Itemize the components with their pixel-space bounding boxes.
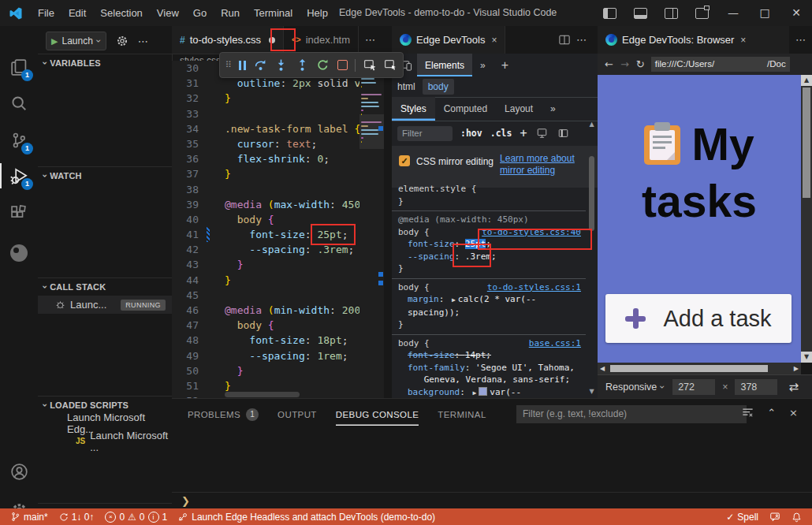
style-property[interactable]: font-size: 14pt; — [398, 349, 579, 362]
menu-item-selection[interactable]: Selection — [93, 0, 149, 26]
explorer-icon[interactable]: 1 — [0, 51, 38, 83]
add-panel-icon[interactable]: + — [494, 54, 516, 76]
tab-more-actions-icon[interactable]: ⋯ — [359, 26, 382, 54]
tab-computed[interactable]: Computed — [435, 97, 496, 121]
style-property[interactable]: Geneva, Verdana, sans-serif; — [398, 374, 579, 386]
loaded-script-item[interactable]: JS Launch Microsoft ... — [38, 432, 172, 450]
code-editor[interactable]: 3031 outline: 2px solid var(-32}3334.new… — [172, 61, 359, 398]
console-filter-input[interactable]: Filter (e.g. text, !exclude) — [516, 405, 747, 423]
stylesheet-link[interactable]: to-do-styles.css:40 — [482, 226, 581, 239]
run-debug-icon[interactable]: 1 — [0, 160, 38, 192]
search-icon[interactable] — [0, 88, 38, 119]
debug-status-item[interactable]: Launch Edge Headless and attach DevTools… — [173, 508, 441, 525]
restart-icon[interactable] — [316, 58, 330, 72]
panel-overflow-icon[interactable]: » — [472, 54, 494, 76]
add-task-button[interactable]: Add a task — [605, 294, 792, 343]
scroll-down-icon[interactable]: ▼ — [587, 388, 596, 395]
styles-filter-input[interactable]: Filter — [397, 126, 453, 141]
panel-tab-terminal[interactable]: TERMINAL — [438, 404, 486, 426]
crumb-html[interactable]: html — [392, 79, 421, 95]
back-icon[interactable]: ← — [605, 58, 613, 70]
url-bar[interactable]: file:///C:/Users/ /Doc — [651, 57, 790, 72]
style-property[interactable]: font-size: 25pt; — [398, 238, 579, 251]
mirror-editing-link[interactable]: Learn more about mirror editing — [500, 153, 587, 177]
edge-devtools-icon[interactable] — [0, 237, 38, 269]
scroll-up-icon[interactable]: ▲ — [801, 75, 812, 86]
maximize-panel-icon[interactable]: ⌃ — [767, 407, 776, 419]
tab-styles[interactable]: Styles — [392, 97, 435, 121]
code-line[interactable]: 37} — [172, 166, 359, 181]
screencast-icon[interactable] — [384, 58, 397, 72]
style-property[interactable]: --spacing: .3rem; — [398, 251, 579, 263]
device-mode-select[interactable]: Responsive — [605, 382, 657, 393]
styles-overflow-icon[interactable]: » — [542, 97, 564, 121]
debug-gear-icon[interactable] — [116, 35, 129, 47]
style-property[interactable]: font-family: 'Segoe UI', Tahoma, — [398, 362, 579, 374]
notifications-status-item[interactable] — [786, 508, 807, 525]
code-line[interactable]: 49 --spacing: 1rem; — [172, 348, 359, 363]
viewport-height-input[interactable]: 378 — [735, 379, 777, 395]
close-button[interactable]: ✕ — [780, 0, 812, 26]
mirror-editing-checkbox[interactable]: ✓ — [399, 155, 410, 166]
code-line[interactable]: 40 body { — [172, 212, 359, 227]
rotate-viewport-icon[interactable]: ⇄ — [788, 380, 799, 394]
style-rule[interactable]: @media (max-width: 450px)body {to-do-sty… — [392, 211, 586, 279]
step-out-icon[interactable] — [296, 58, 309, 72]
menu-item-terminal[interactable]: Terminal — [247, 0, 300, 26]
code-line[interactable]: 31 outline: 2px solid var(- — [172, 76, 359, 91]
code-line[interactable]: 48 font-size: 18pt; — [172, 333, 359, 348]
code-line[interactable]: 41 font-size: 25pt; — [172, 227, 359, 242]
code-line[interactable]: 42 --spacing: .3rem; — [172, 242, 359, 257]
call-stack-item[interactable]: Launc... RUNNING — [38, 296, 172, 314]
scrollbar-thumb[interactable] — [610, 365, 768, 372]
code-line[interactable]: 38 — [172, 182, 359, 197]
tab-edge-devtools[interactable]: Edge DevTools × — [392, 26, 505, 54]
maximize-button[interactable]: □ — [749, 0, 780, 26]
scrollbar-thumb[interactable] — [589, 156, 594, 231]
editor-more-actions-icon[interactable]: ⋯ — [570, 26, 593, 54]
scroll-right-icon[interactable]: ▶ — [794, 365, 799, 372]
code-line[interactable]: 34.new-task-form label { — [172, 121, 359, 136]
problems-status-item[interactable]: ×0 ⚠0 i1 — [99, 508, 173, 525]
sync-status-item[interactable]: 1↓ 0↑ — [54, 508, 100, 525]
code-line[interactable]: 47 body { — [172, 318, 359, 333]
style-rule[interactable]: body {base.css:1font-size: 14pt;font-fam… — [392, 335, 586, 399]
new-style-rule-icon[interactable]: + — [520, 126, 527, 140]
spell-status-item[interactable]: ✓ Spell — [721, 508, 764, 525]
split-editor-icon[interactable] — [559, 35, 570, 45]
preview-horizontal-scrollbar[interactable]: ◀ ▶ — [598, 363, 801, 374]
account-icon[interactable] — [0, 456, 38, 487]
code-line[interactable]: 32} — [172, 91, 359, 106]
styles-scrollbar[interactable]: ▲ ▼ — [587, 121, 596, 395]
step-over-icon[interactable] — [254, 58, 267, 72]
tab-index-htm[interactable]: <> index.htm — [284, 26, 359, 54]
close-panel-icon[interactable]: × — [789, 407, 798, 419]
tab-layout[interactable]: Layout — [496, 97, 542, 121]
menu-item-help[interactable]: Help — [300, 0, 335, 26]
code-line[interactable]: 44} — [172, 273, 359, 288]
minimap-slider[interactable] — [359, 114, 384, 149]
code-line[interactable]: 43 } — [172, 257, 359, 272]
toggle-sidebar-icon[interactable] — [603, 8, 616, 19]
computed-styles-icon[interactable] — [536, 128, 548, 139]
menu-item-run[interactable]: Run — [214, 0, 247, 26]
crumb-body[interactable]: body — [423, 79, 454, 95]
toggle-secondary-sidebar-icon[interactable] — [665, 8, 678, 19]
style-property[interactable]: margin: ▶calc(2 * var(--spacing)); — [398, 293, 579, 318]
layout-pane-icon[interactable] — [557, 128, 569, 139]
unsaved-dot-icon[interactable] — [269, 37, 275, 43]
style-rule[interactable]: body {to-do-styles.css:1margin: ▶calc(2 … — [392, 279, 586, 335]
code-line[interactable]: 36 flex-shrink: 0; — [172, 151, 359, 166]
code-line[interactable]: 45 — [172, 288, 359, 303]
stylesheet-link[interactable]: to-do-styles.css:1 — [487, 281, 581, 294]
code-line[interactable]: 50 } — [172, 363, 359, 378]
pseudo-state-button[interactable]: :hov — [460, 128, 482, 139]
step-into-icon[interactable] — [274, 58, 288, 72]
editor-horizontal-scrollbar[interactable] — [225, 392, 300, 397]
menu-item-view[interactable]: View — [150, 0, 186, 26]
close-tab-icon[interactable]: × — [740, 35, 746, 46]
code-line[interactable]: 33 — [172, 106, 359, 121]
pause-icon[interactable] — [239, 61, 246, 70]
panel-tab-output[interactable]: OUTPUT — [277, 404, 317, 426]
call-stack-header[interactable]: ›CALL STACK — [38, 278, 172, 296]
